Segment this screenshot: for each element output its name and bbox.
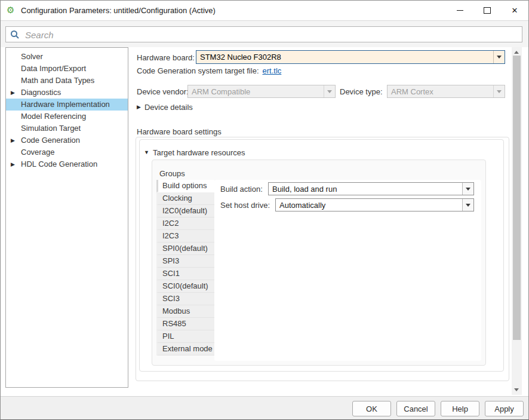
board-settings-title: Hardware board settings [137, 127, 222, 136]
group-tab-external-mode[interactable]: External mode [156, 343, 214, 355]
group-tab-i2c2[interactable]: I2C2 [156, 217, 214, 230]
build-action-select[interactable]: Build, load and run [268, 182, 474, 195]
sidebar-item-label: Coverage [21, 148, 54, 157]
scroll-down-icon[interactable] [514, 388, 519, 391]
target-hardware-resources-expander[interactable]: ▼ Target hardware resources [144, 146, 245, 158]
group-tab-modbus[interactable]: Modbus [156, 305, 214, 318]
button-bar: OK Cancel Help Apply [1, 396, 528, 419]
expand-arrow-icon[interactable]: ▶ [11, 134, 18, 146]
maximize-button[interactable] [473, 1, 501, 20]
group-tab-sci1[interactable]: SCI1 [156, 268, 214, 280]
sidebar-item-label: Math and Data Types [21, 76, 94, 85]
search-box [5, 26, 522, 42]
close-icon: ✕ [512, 7, 518, 14]
search-toolbar [1, 20, 528, 47]
set-host-drive-select[interactable]: Automatically [275, 198, 474, 211]
device-vendor-select: ARM Compatible [187, 85, 336, 98]
hardware-board-value: STM32 Nucleo F302R8 [196, 53, 493, 62]
vertical-scrollbar[interactable] [512, 47, 522, 395]
group-tab-i2c0[interactable]: I2C0(default) [156, 205, 214, 217]
target-hardware-resources-title: Target hardware resources [153, 148, 245, 157]
target-file-link[interactable]: ert.tlc [263, 66, 282, 75]
configuration-parameters-dialog: ⚙ Configuration Parameters: untitled/Con… [0, 0, 529, 420]
set-host-drive-value: Automatically [276, 201, 462, 210]
device-type-select: ARM Cortex [387, 85, 505, 98]
device-type-label: Device type: [340, 87, 383, 96]
device-details-label: Device details [144, 103, 193, 112]
sidebar-item-hdl-code-generation[interactable]: ▶HDL Code Generation [6, 158, 128, 170]
group-tab-sci3[interactable]: SCI3 [156, 293, 214, 305]
group-tab-i2c3[interactable]: I2C3 [156, 230, 214, 243]
sidebar-item-label: HDL Code Generation [21, 160, 97, 168]
category-tree: Solver Data Import/Export Math and Data … [5, 47, 128, 388]
group-tab-rs485[interactable]: RS485 [156, 318, 214, 330]
collapse-arrow-icon: ▼ [144, 146, 149, 158]
set-host-drive-label: Set host drive: [220, 201, 270, 210]
search-icon [10, 30, 20, 42]
build-action-value: Build, load and run [269, 185, 462, 194]
cancel-button[interactable]: Cancel [396, 401, 435, 416]
sidebar-item-label: Hardware Implementation [21, 100, 110, 109]
maximize-icon [484, 7, 491, 14]
sidebar-item-data-import-export[interactable]: Data Import/Export [6, 63, 128, 75]
search-input[interactable] [24, 27, 516, 42]
expand-arrow-icon: ▶ [137, 101, 141, 113]
sidebar-item-solver[interactable]: Solver [6, 51, 128, 63]
sidebar-item-diagnostics[interactable]: ▶Diagnostics [6, 87, 128, 99]
groups-label: Groups [159, 169, 185, 178]
sidebar-item-code-generation[interactable]: ▶Code Generation [6, 134, 128, 146]
sidebar-item-label: Code Generation [21, 136, 80, 145]
sidebar-item-label: Solver [21, 52, 43, 61]
window-controls: ✕ [446, 1, 528, 20]
target-file-label: Code Generation system target file: [137, 66, 259, 75]
sidebar-item-math-and-data-types[interactable]: Math and Data Types [6, 75, 128, 87]
close-button[interactable]: ✕ [501, 1, 528, 20]
scroll-up-icon[interactable] [514, 51, 519, 54]
group-tab-clocking[interactable]: Clocking [156, 192, 214, 205]
window-title: Configuration Parameters: untitled/Confi… [21, 1, 216, 20]
hardware-board-select[interactable]: STM32 Nucleo F302R8 [196, 50, 505, 64]
device-details-expander[interactable]: ▶ Device details [137, 101, 193, 113]
sidebar-item-label: Data Import/Export [21, 64, 86, 73]
sidebar-item-hardware-implementation[interactable]: Hardware Implementation [6, 99, 128, 111]
device-type-value: ARM Cortex [387, 87, 493, 96]
chevron-down-icon[interactable] [462, 199, 473, 211]
group-tab-sci0[interactable]: SCI0(default) [156, 280, 214, 293]
target-file-row: Code Generation system target file: ert.… [137, 65, 281, 76]
sidebar-item-model-referencing[interactable]: Model Referencing [6, 111, 128, 122]
chevron-down-icon[interactable] [462, 183, 473, 195]
help-button[interactable]: Help [441, 401, 479, 416]
ok-button[interactable]: OK [352, 401, 391, 416]
gear-icon: ⚙ [7, 5, 14, 15]
group-tab-spi0[interactable]: SPI0(default) [156, 243, 214, 255]
chevron-down-icon[interactable] [493, 51, 505, 63]
sidebar-item-label: Diagnostics [21, 88, 61, 97]
chevron-down-icon [493, 85, 505, 97]
apply-button[interactable]: Apply [485, 401, 524, 416]
groups-tab-list: Build options Clocking I2C0(default) I2C… [156, 180, 214, 355]
sidebar-item-simulation-target[interactable]: Simulation Target [6, 122, 128, 134]
group-tab-build-options[interactable]: Build options [156, 180, 214, 192]
scrollbar-thumb[interactable] [513, 56, 521, 340]
device-vendor-value: ARM Compatible [188, 87, 324, 96]
hardware-board-label: Hardware board: [137, 53, 195, 62]
expand-arrow-icon[interactable]: ▶ [11, 87, 18, 99]
expand-arrow-icon[interactable]: ▶ [11, 158, 18, 170]
build-action-label: Build action: [220, 185, 263, 194]
sidebar-item-label: Model Referencing [21, 112, 86, 121]
group-tab-spi3[interactable]: SPI3 [156, 255, 214, 268]
minimize-button[interactable] [446, 1, 473, 20]
device-vendor-label: Device vendor: [137, 87, 189, 96]
minimize-icon [457, 10, 463, 11]
title-bar: ⚙ Configuration Parameters: untitled/Con… [1, 1, 528, 20]
group-tab-pil[interactable]: PIL [156, 330, 214, 343]
sidebar-item-label: Simulation Target [21, 124, 81, 133]
sidebar-item-coverage[interactable]: Coverage [6, 146, 128, 158]
chevron-down-icon [324, 85, 335, 97]
